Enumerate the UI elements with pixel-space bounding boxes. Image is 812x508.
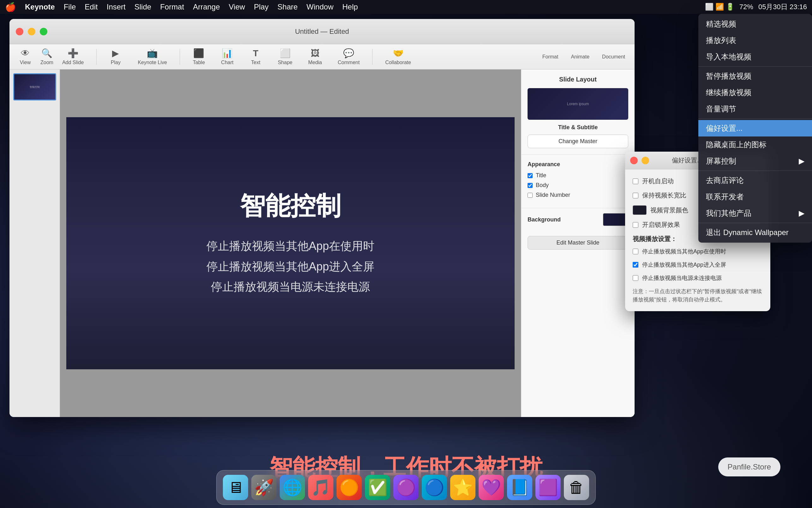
toolbar-animate-btn[interactable]: Animate <box>568 52 592 61</box>
menu-item-other-products[interactable]: 我们其他产品 ▶ <box>698 205 812 221</box>
toolbar-chart-btn[interactable]: 📊 Chart <box>218 46 237 67</box>
add-slide-label: Add Slide <box>62 60 84 66</box>
collaborate-label: Collaborate <box>385 60 411 66</box>
slide-canvas[interactable]: 智能控制 停止播放视频当其他App在使用时 停止播放视频当其他App进入全屏 停… <box>60 70 521 417</box>
slide-number-checkbox[interactable] <box>528 193 533 198</box>
menu-item-pause-video[interactable]: 暂停播放视频 <box>698 68 812 84</box>
dock-app4-icon[interactable]: 🔵 <box>422 475 447 500</box>
slide-layout-section: Slide Layout Lorem ipsum Title & Subtitl… <box>521 70 634 155</box>
document-label: Document <box>602 54 625 60</box>
dock-app5-icon[interactable]: ⭐ <box>450 475 475 500</box>
slide-title: 智能控制 <box>240 189 341 223</box>
window-controls <box>16 28 47 35</box>
autostart-checkbox[interactable] <box>633 178 638 184</box>
menubar-icons: ⬜ 📶 🔋 <box>705 3 734 11</box>
menu-item-screen-control[interactable]: 屏幕控制 ▶ <box>698 153 812 169</box>
menubar-format[interactable]: Format <box>160 3 184 11</box>
toolbar-left-group: 👁 View 🔍 Zoom ➕ Add Slide <box>16 46 87 67</box>
prefs-close-button[interactable] <box>630 157 638 164</box>
toolbar-view-btn[interactable]: 👁 View <box>16 46 35 67</box>
menubar-slide[interactable]: Slide <box>135 3 151 11</box>
toolbar-document-btn[interactable]: Document <box>599 52 628 61</box>
menubar-play[interactable]: Play <box>254 3 269 11</box>
menu-item-volume[interactable]: 音量调节 <box>698 101 812 117</box>
menubar-app-name[interactable]: Keynote <box>25 3 55 11</box>
toolbar-play-btn[interactable]: ▶ Play <box>106 46 125 67</box>
keynote-live-icon: 📺 <box>147 48 158 58</box>
menu-item-import-local[interactable]: 导入本地视频 <box>698 49 812 65</box>
stop-other-app-checkbox[interactable] <box>633 249 638 254</box>
prefs-stop-power-row: 停止播放视频当电源未连接电源 <box>633 274 763 282</box>
lock-screen-checkbox[interactable] <box>633 222 638 228</box>
body-checkbox[interactable] <box>528 183 533 188</box>
toolbar-separator-3 <box>372 49 373 65</box>
dock: 🖥 🚀 🌐 🎵 🟠 ✅ 🟣 🔵 ⭐ 💜 📘 🟪 🗑 <box>216 470 596 505</box>
window-close-button[interactable] <box>16 28 23 35</box>
shape-label: Shape <box>278 60 292 66</box>
dock-music-icon[interactable]: 🎵 <box>308 475 333 500</box>
dock-launchpad-icon[interactable]: 🚀 <box>251 475 277 500</box>
menubar-view[interactable]: View <box>229 3 245 11</box>
aspect-ratio-checkbox[interactable] <box>633 193 638 199</box>
dropdown-menu: 精选视频 播放列表 导入本地视频 暂停播放视频 继续播放视频 音量调节 偏好设置… <box>698 14 812 243</box>
menu-separator-2 <box>698 119 812 119</box>
stop-fullscreen-checkbox[interactable] <box>633 262 638 267</box>
menubar-share[interactable]: Share <box>278 3 298 11</box>
toolbar-table-btn[interactable]: ⬛ Table <box>189 46 208 67</box>
dock-finder-icon[interactable]: 🖥 <box>223 475 248 500</box>
dock-trash-icon[interactable]: 🗑 <box>564 475 589 500</box>
menubar-help[interactable]: Help <box>342 3 358 11</box>
toolbar-keynote-live-btn[interactable]: 📺 Keynote Live <box>135 46 170 67</box>
dock-app6-icon[interactable]: 💜 <box>479 475 504 500</box>
menu-item-preferences[interactable]: 偏好设置... <box>698 120 812 136</box>
toolbar-collaborate-btn[interactable]: 🤝 Collaborate <box>382 46 414 67</box>
menubar-file[interactable]: File <box>64 3 76 11</box>
dock-app7-icon[interactable]: 📘 <box>507 475 532 500</box>
toolbar-add-slide-btn[interactable]: ➕ Add Slide <box>59 46 87 67</box>
edit-master-button[interactable]: Edit Master Slide <box>528 236 628 250</box>
menubar-insert[interactable]: Insert <box>107 3 126 11</box>
menubar-window[interactable]: Window <box>306 3 333 11</box>
toolbar-media-btn[interactable]: 🖼 Media <box>305 46 325 67</box>
slide-layout-title: Slide Layout <box>528 76 628 83</box>
toolbar-format-btn[interactable]: Format <box>539 52 562 61</box>
slide-panel: 智能控制 <box>9 70 60 417</box>
apple-menu-icon[interactable]: 🍎 <box>5 2 16 12</box>
toolbar-zoom-btn[interactable]: 🔍 Zoom <box>37 46 56 67</box>
dock-app8-icon[interactable]: 🟪 <box>535 475 561 500</box>
window-minimize-button[interactable] <box>28 28 35 35</box>
menubar-arrange[interactable]: Arrange <box>193 3 220 11</box>
menu-item-quit[interactable]: 退出 Dynamic Wallpaper <box>698 224 812 241</box>
menu-item-contact-dev[interactable]: 联系开发者 <box>698 188 812 205</box>
toolbar-comment-btn[interactable]: 💬 Comment <box>335 46 363 67</box>
background-label: Background <box>528 216 561 223</box>
dock-app3-icon[interactable]: 🟣 <box>393 475 419 500</box>
keynote-window: Untitled — Edited 👁 View 🔍 Zoom ➕ Add Sl… <box>9 19 634 417</box>
format-label: Format <box>542 54 559 60</box>
bg-color-button[interactable] <box>633 205 647 215</box>
menubar-edit[interactable]: Edit <box>85 3 98 11</box>
toolbar-shape-btn[interactable]: ⬜ Shape <box>275 46 295 67</box>
dock-chrome-icon[interactable]: 🌐 <box>280 475 305 500</box>
menu-item-review[interactable]: 去商店评论 <box>698 172 812 188</box>
slide-thumbnail-1[interactable]: 智能控制 <box>13 73 56 100</box>
menu-item-continue-video[interactable]: 继续播放视频 <box>698 84 812 101</box>
menu-item-playlist[interactable]: 播放列表 <box>698 32 812 49</box>
toolbar-text-btn[interactable]: T Text <box>246 46 265 67</box>
menubar-time: 05月30日 23:16 <box>758 2 807 12</box>
dock-app2-icon[interactable]: ✅ <box>365 475 390 500</box>
menu-separator-3 <box>698 171 812 171</box>
menu-item-featured-video[interactable]: 精选视频 <box>698 16 812 32</box>
chart-label: Chart <box>221 60 233 66</box>
other-products-label: 我们其他产品 <box>706 208 751 218</box>
change-master-button[interactable]: Change Master <box>528 135 628 148</box>
background-color-swatch[interactable] <box>603 213 628 226</box>
aspect-ratio-label: 保持视频长宽比 <box>642 191 686 200</box>
dock-app1-icon[interactable]: 🟠 <box>337 475 362 500</box>
title-checkbox[interactable] <box>528 173 533 178</box>
window-maximize-button[interactable] <box>40 28 47 35</box>
stop-other-app-label: 停止播放视频当其他App在使用时 <box>642 248 726 255</box>
menu-item-hide-icons[interactable]: 隐藏桌面上的图标 <box>698 136 812 153</box>
stop-power-checkbox[interactable] <box>633 275 638 281</box>
prefs-minimize-button[interactable] <box>641 157 649 164</box>
